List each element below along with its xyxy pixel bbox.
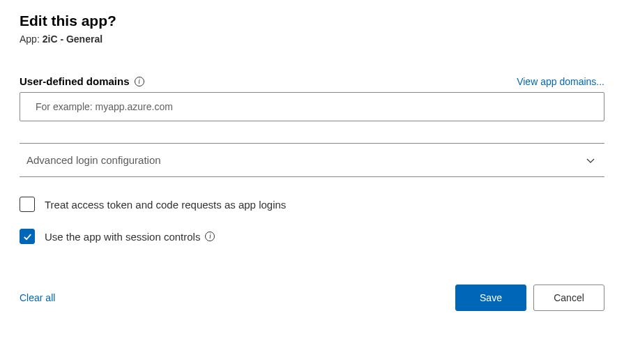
dialog-subtitle: App: 2iC - General [20,33,604,45]
session-controls-label: Use the app with session controls i [45,231,215,243]
session-controls-row: Use the app with session controls i [20,229,604,244]
app-name: 2iC - General [43,33,102,45]
dialog-title: Edit this app? [20,13,604,29]
domains-header-row: User-defined domains i View app domains.… [20,75,604,87]
info-icon[interactable]: i [205,232,215,241]
treat-token-checkbox[interactable] [20,197,35,212]
session-controls-label-text: Use the app with session controls [45,231,200,243]
view-app-domains-link[interactable]: View app domains... [517,76,604,87]
chevron-down-icon [585,155,596,166]
treat-token-row: Treat access token and code requests as … [20,197,604,212]
domain-input[interactable] [20,92,604,121]
treat-token-label: Treat access token and code requests as … [45,199,286,211]
cancel-button[interactable]: Cancel [533,285,604,311]
clear-all-link[interactable]: Clear all [20,292,55,303]
footer-left: Clear all [20,291,55,304]
save-button[interactable]: Save [455,285,526,311]
subtitle-prefix: App: [20,33,43,45]
dialog-container: Edit this app? App: 2iC - General User-d… [0,0,624,325]
footer-right: Save Cancel [455,285,604,311]
session-controls-checkbox[interactable] [20,229,35,244]
domains-header-label: User-defined domains [20,75,130,87]
expander-label: Advanced login configuration [26,154,161,166]
domains-header: User-defined domains i [20,75,144,87]
advanced-login-expander[interactable]: Advanced login configuration [20,143,604,177]
dialog-footer: Clear all Save Cancel [20,285,604,311]
info-icon[interactable]: i [135,77,144,86]
